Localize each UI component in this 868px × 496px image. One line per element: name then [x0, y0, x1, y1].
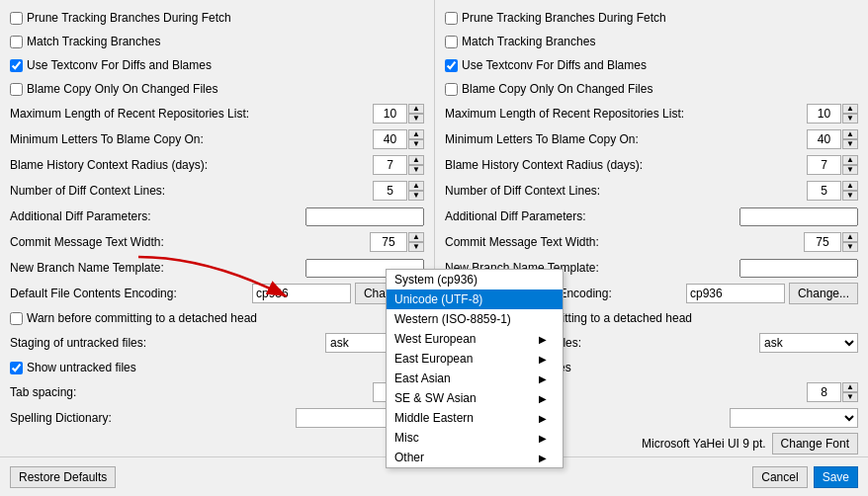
right-newbranch-input[interactable]	[739, 259, 858, 278]
right-blamehistory-input[interactable]	[807, 155, 841, 175]
right-tabspacing-down[interactable]: ▼	[842, 392, 858, 402]
left-encoding-label: Default File Contents Encoding:	[10, 287, 177, 300]
easteuropean-submenu-arrow: ▶	[539, 354, 547, 365]
left-addldiff-input[interactable]	[305, 207, 424, 226]
dropdown-item-eastasian[interactable]: East Asian ▶	[387, 369, 563, 388]
dropdown-item-middleeastern[interactable]: Middle Eastern ▶	[387, 408, 563, 428]
left-match-checkbox[interactable]	[10, 36, 23, 48]
westeuropean-submenu-arrow: ▶	[539, 334, 547, 345]
dropdown-item-system[interactable]: System (cp936)	[387, 270, 563, 289]
left-maxrepos-input[interactable]	[373, 104, 407, 124]
dropdown-item-easteuropean[interactable]: East European ▶	[387, 349, 563, 369]
right-commitmsg-down[interactable]: ▼	[842, 242, 858, 252]
left-encoding-input[interactable]	[252, 284, 351, 303]
left-showuntracked-row: Show untracked files	[10, 358, 424, 377]
restore-defaults-button[interactable]: Restore Defaults	[10, 466, 116, 488]
right-diffcontext-input[interactable]	[807, 181, 841, 201]
right-maxrepos-input[interactable]	[807, 104, 841, 124]
right-tabspacing-up[interactable]: ▲	[842, 382, 858, 392]
right-staging-select[interactable]: ask	[759, 333, 858, 353]
left-showuntracked-label: Show untracked files	[27, 361, 136, 374]
left-encoding-row: Default File Contents Encoding: Change..…	[10, 283, 424, 304]
right-blame-checkbox[interactable]	[445, 83, 458, 96]
right-textconv-checkbox[interactable]	[445, 59, 458, 72]
left-addldiff-label: Additional Diff Parameters:	[10, 209, 151, 223]
left-newbranch-label: New Branch Name Template:	[10, 261, 164, 275]
dropdown-item-westeuropean[interactable]: West European ▶	[387, 329, 563, 349]
left-panel: Prune Tracking Branches During Fetch Mat…	[0, 0, 434, 496]
right-maxrepos-spinner: ▲ ▼	[807, 104, 858, 124]
left-commitmsg-row: Commit Message Text Width: ▲ ▼	[10, 231, 424, 253]
misc-submenu-arrow: ▶	[539, 433, 547, 444]
right-diffcontext-label: Number of Diff Context Lines:	[445, 184, 600, 198]
dropdown-item-misc[interactable]: Misc ▶	[387, 428, 563, 448]
cancel-button[interactable]: Cancel	[752, 466, 807, 488]
right-prune-checkbox[interactable]	[445, 12, 458, 25]
left-maxrepos-label: Maximum Length of Recent Repositories Li…	[10, 107, 249, 121]
right-maxrepos-up[interactable]: ▲	[842, 104, 858, 114]
right-spelling-select[interactable]	[730, 408, 858, 428]
left-diffcontext-down[interactable]: ▼	[408, 191, 424, 201]
dropdown-item-western[interactable]: Western (ISO-8859-1)	[387, 309, 563, 329]
right-encoding-change-button[interactable]: Change...	[789, 283, 858, 304]
left-blamehistory-spinner: ▲ ▼	[373, 155, 424, 175]
left-diffcontext-up[interactable]: ▲	[408, 181, 424, 191]
dropdown-item-seswasian[interactable]: SE & SW Asian ▶	[387, 388, 563, 408]
right-minletters-input[interactable]	[807, 129, 841, 149]
left-textconv-row: Use Textconv For Diffs and Blames	[10, 55, 424, 75]
right-addldiff-row: Additional Diff Parameters:	[445, 206, 858, 227]
right-minletters-row: Minimum Letters To Blame Copy On: ▲ ▼	[445, 128, 858, 150]
right-blamehistory-up[interactable]: ▲	[842, 155, 858, 165]
right-diffcontext-down[interactable]: ▼	[842, 191, 858, 201]
right-blame-label: Blame Copy Only On Changed Files	[462, 82, 652, 96]
left-blamehistory-input[interactable]	[373, 155, 407, 175]
left-minletters-down[interactable]: ▼	[408, 139, 424, 149]
left-warndetached-checkbox[interactable]	[10, 312, 23, 325]
left-minletters-input[interactable]	[373, 129, 407, 149]
right-font1-change-button[interactable]: Change Font	[772, 433, 858, 455]
right-minletters-down[interactable]: ▼	[842, 139, 858, 149]
right-maxrepos-down[interactable]: ▼	[842, 114, 858, 124]
left-spelling-label: Spelling Dictionary:	[10, 411, 112, 425]
left-blame-checkbox[interactable]	[10, 83, 23, 96]
other-submenu-arrow: ▶	[539, 453, 547, 463]
left-blamehistory-up[interactable]: ▲	[408, 155, 424, 165]
right-diffcontext-up[interactable]: ▲	[842, 181, 858, 191]
left-staging-label: Staging of untracked files:	[10, 336, 146, 350]
left-tabspacing-row: Tab spacing: ▲ ▼	[10, 381, 424, 403]
left-prune-label: Prune Tracking Branches During Fetch	[27, 11, 231, 25]
right-addldiff-input[interactable]	[739, 207, 858, 226]
left-commitmsg-down[interactable]: ▼	[408, 242, 424, 252]
left-commitmsg-up[interactable]: ▲	[408, 232, 424, 242]
right-tabspacing-input[interactable]	[807, 382, 841, 402]
right-blamehistory-down[interactable]: ▼	[842, 165, 858, 175]
left-match-label: Match Tracking Branches	[27, 35, 160, 48]
left-textconv-checkbox[interactable]	[10, 59, 23, 72]
right-encoding-input[interactable]	[686, 284, 785, 303]
left-blamehistory-label: Blame History Context Radius (days):	[10, 158, 208, 172]
right-commitmsg-input[interactable]	[804, 232, 841, 252]
left-commitmsg-input[interactable]	[370, 232, 407, 252]
middleeastern-submenu-arrow: ▶	[539, 413, 547, 424]
save-button[interactable]: Save	[814, 466, 858, 488]
left-newbranch-row: New Branch Name Template:	[10, 257, 424, 279]
left-textconv-label: Use Textconv For Diffs and Blames	[27, 58, 212, 72]
right-commitmsg-up[interactable]: ▲	[842, 232, 858, 242]
left-minletters-up[interactable]: ▲	[408, 129, 424, 139]
right-prune-row: Prune Tracking Branches During Fetch	[445, 8, 858, 28]
right-font1-label: Microsoft YaHei UI 9 pt.	[642, 437, 766, 451]
dropdown-item-unicode[interactable]: Unicode (UTF-8)	[387, 289, 563, 309]
left-blamehistory-down[interactable]: ▼	[408, 165, 424, 175]
dropdown-item-other[interactable]: Other ▶	[387, 448, 563, 467]
right-match-checkbox[interactable]	[445, 36, 458, 48]
left-diffcontext-input[interactable]	[373, 181, 407, 201]
right-minletters-up[interactable]: ▲	[842, 129, 858, 139]
left-maxrepos-up[interactable]: ▲	[408, 104, 424, 114]
left-prune-checkbox[interactable]	[10, 12, 23, 25]
left-diffcontext-row: Number of Diff Context Lines: ▲ ▼	[10, 180, 424, 202]
left-minletters-label: Minimum Letters To Blame Copy On:	[10, 132, 204, 146]
left-showuntracked-checkbox[interactable]	[10, 362, 23, 374]
right-textconv-label: Use Textconv For Diffs and Blames	[462, 58, 647, 72]
left-maxrepos-down[interactable]: ▼	[408, 114, 424, 124]
left-spelling-row: Spelling Dictionary:	[10, 407, 424, 429]
